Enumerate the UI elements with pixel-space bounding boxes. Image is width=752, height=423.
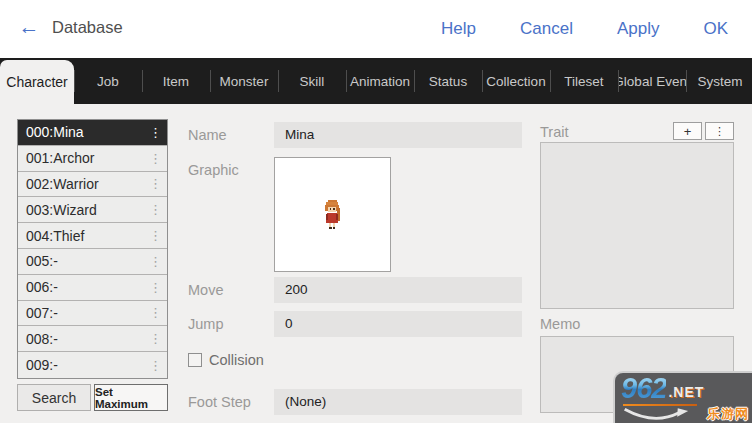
database-window: ← Database Help Cancel Apply OK Characte… — [0, 0, 752, 423]
watermark-underline — [623, 404, 697, 406]
row-menu-icon[interactable]: ⋮ — [149, 281, 162, 294]
name-field[interactable]: Mina — [274, 122, 522, 148]
collision-label: Collision — [209, 348, 264, 372]
list-item[interactable]: 004:Thief⋮ — [18, 223, 167, 249]
list-item[interactable]: 005:-⋮ — [18, 249, 167, 275]
tab-label: Global Event — [618, 74, 686, 89]
tab-global-event[interactable]: Global Event — [618, 58, 686, 104]
tab-label: Character — [6, 74, 67, 90]
character-list: 000:Mina⋮001:Archor⋮002:Warrior⋮003:Wiza… — [17, 119, 168, 379]
character-sprite — [320, 197, 344, 233]
help-button[interactable]: Help — [441, 19, 476, 39]
list-item-label: 001:Archor — [26, 150, 94, 166]
list-item-label: 008:- — [26, 331, 58, 347]
list-item[interactable]: 008:-⋮ — [18, 326, 167, 352]
list-item-label: 003:Wizard — [26, 202, 97, 218]
list-item-label: 000:Mina — [26, 124, 84, 140]
name-label: Name — [188, 122, 227, 148]
list-item-label: 006:- — [26, 279, 58, 295]
foot-step-field[interactable]: (None) — [274, 389, 522, 415]
trait-title: Trait — [540, 122, 568, 142]
topbar-actions: Help Cancel Apply OK — [441, 0, 728, 58]
tab-label: Monster — [220, 74, 269, 89]
trait-menu-button[interactable]: ⋮ — [705, 122, 734, 140]
list-item[interactable]: 002:Warrior⋮ — [18, 172, 167, 198]
page-title: Database — [52, 18, 123, 37]
row-menu-icon[interactable]: ⋮ — [149, 126, 162, 139]
watermark-row1: 962 .NET — [621, 373, 749, 403]
tab-label: Animation — [350, 74, 410, 89]
list-item-label: 007:- — [26, 305, 58, 321]
tab-label: Job — [97, 74, 119, 89]
apply-button[interactable]: Apply — [617, 19, 660, 39]
tab-job[interactable]: Job — [74, 58, 142, 104]
list-item-label: 004:Thief — [26, 228, 84, 244]
tab-tileset[interactable]: Tileset — [550, 58, 618, 104]
list-item[interactable]: 001:Archor⋮ — [18, 146, 167, 172]
collision-checkbox[interactable] — [188, 353, 202, 367]
list-item-label: 009:- — [26, 357, 58, 373]
tab-label: Item — [163, 74, 189, 89]
watermark-number: 962 — [621, 373, 666, 403]
list-item[interactable]: 009:-⋮ — [18, 352, 167, 378]
trait-list-box — [540, 142, 734, 309]
tab-animation[interactable]: Animation — [346, 58, 414, 104]
watermark-cn: 乐游网 — [707, 405, 749, 423]
row-menu-icon[interactable]: ⋮ — [149, 229, 162, 242]
top-bar: ← Database Help Cancel Apply OK — [0, 0, 752, 58]
jump-field[interactable]: 0 — [274, 311, 522, 337]
kebab-icon: ⋮ — [714, 125, 725, 138]
watermark-row2: 乐游网 — [621, 404, 749, 423]
row-menu-icon[interactable]: ⋮ — [149, 332, 162, 345]
tab-character[interactable]: Character — [0, 60, 74, 104]
tab-label: System — [697, 74, 742, 89]
tab-status[interactable]: Status — [414, 58, 482, 104]
add-trait-button[interactable]: + — [673, 122, 702, 140]
row-menu-icon[interactable]: ⋮ — [149, 203, 162, 216]
list-item[interactable]: 007:-⋮ — [18, 301, 167, 327]
list-item[interactable]: 006:-⋮ — [18, 275, 167, 301]
back-arrow-icon[interactable]: ← — [16, 14, 42, 40]
cancel-button[interactable]: Cancel — [520, 19, 573, 39]
search-button[interactable]: Search — [17, 384, 91, 411]
tab-label: Tileset — [564, 74, 603, 89]
row-menu-icon[interactable]: ⋮ — [149, 152, 162, 165]
ok-button[interactable]: OK — [703, 19, 728, 39]
tab-skill[interactable]: Skill — [278, 58, 346, 104]
tab-collection[interactable]: Collection — [482, 58, 550, 104]
graphic-preview[interactable] — [274, 157, 391, 272]
watermark-net: .NET — [668, 381, 704, 403]
row-menu-icon[interactable]: ⋮ — [149, 359, 162, 372]
row-menu-icon[interactable]: ⋮ — [149, 177, 162, 190]
foot-step-label: Foot Step — [188, 389, 251, 415]
row-menu-icon[interactable]: ⋮ — [149, 306, 162, 319]
tab-label: Collection — [486, 74, 545, 89]
list-item[interactable]: 000:Mina⋮ — [18, 120, 167, 146]
move-label: Move — [188, 277, 223, 303]
graphic-label: Graphic — [188, 160, 239, 180]
tab-label: Skill — [300, 74, 325, 89]
tab-item[interactable]: Item — [142, 58, 210, 104]
memo-title: Memo — [540, 314, 580, 334]
set-maximum-button[interactable]: Set Maximum — [94, 384, 168, 411]
tab-monster[interactable]: Monster — [210, 58, 278, 104]
row-menu-icon[interactable]: ⋮ — [149, 255, 162, 268]
tab-label: Status — [429, 74, 467, 89]
list-item-label: 002:Warrior — [26, 176, 99, 192]
watermark-badge: 962 .NET 乐游网 — [613, 371, 752, 423]
watermark-swoosh-icon — [621, 407, 693, 422]
plus-icon: + — [684, 124, 692, 139]
move-field[interactable]: 200 — [274, 277, 522, 303]
list-item[interactable]: 003:Wizard⋮ — [18, 197, 167, 223]
tab-bar: CharacterJobItemMonsterSkillAnimationSta… — [0, 58, 752, 104]
list-item-label: 005:- — [26, 253, 58, 269]
jump-label: Jump — [188, 311, 223, 337]
tab-system[interactable]: System — [686, 58, 752, 104]
